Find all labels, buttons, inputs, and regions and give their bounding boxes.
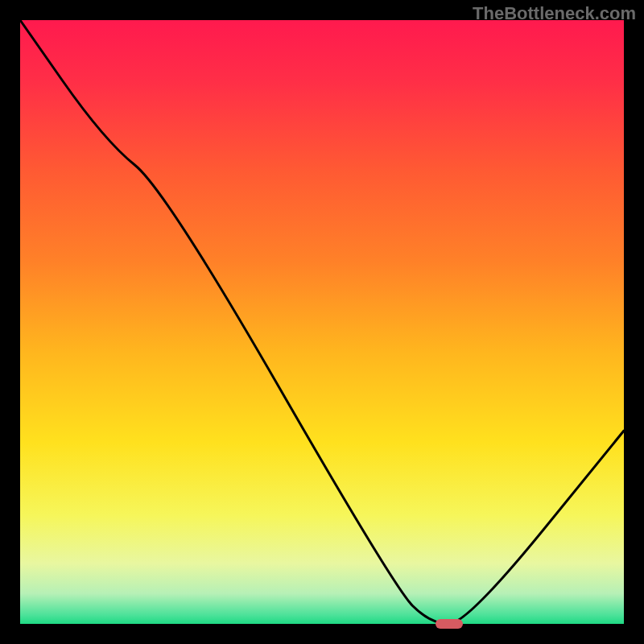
watermark-label: TheBottleneck.com [473, 3, 636, 24]
chart-plot [20, 20, 624, 624]
chart-background [20, 20, 624, 624]
chart-frame [20, 20, 624, 624]
optimal-marker [436, 619, 463, 629]
